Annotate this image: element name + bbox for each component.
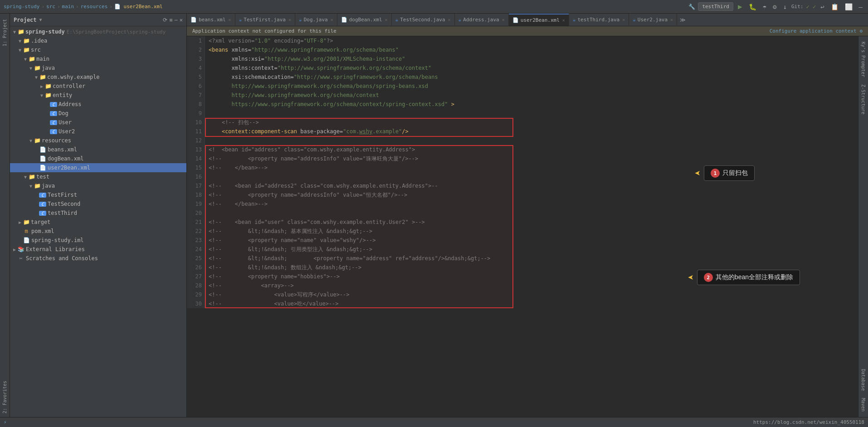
tree-item-com-wshy[interactable]: ▼ 📁 com.wshy.example <box>10 73 186 82</box>
annotation-number-2: 2 <box>704 273 713 282</box>
coverage-button[interactable]: ☂ <box>761 2 768 11</box>
tab-more-button[interactable]: ≫ <box>677 17 688 23</box>
code-line-11: <context:component-scan base-package="co… <box>209 127 864 136</box>
tab-close-dogbean[interactable]: ✕ <box>385 17 388 22</box>
tree-item-user[interactable]: C User <box>10 118 186 127</box>
editor-content: 1 2 3 4 5 6 7 8 9 10✓ 11 12 13 14 <box>187 36 868 308</box>
tree-item-beans-xml[interactable]: 📄 beans.xml <box>10 145 186 154</box>
tree-item-user2bean-xml[interactable]: 📄 user2Bean.xml <box>10 163 186 172</box>
tree-item-test-java[interactable]: ▼ 📁 java <box>10 181 186 190</box>
breadcrumb-main[interactable]: main <box>62 4 74 10</box>
tab-close-testthird[interactable]: ✕ <box>622 17 625 22</box>
tab-close-testsecond[interactable]: ✕ <box>448 17 451 22</box>
tab-close-user2bean[interactable]: ✕ <box>562 18 565 23</box>
favorites-panel-toggle[interactable]: 2: Favorites <box>1 377 8 417</box>
tree-item-pom[interactable]: m pom.xml <box>10 227 186 236</box>
tab-close-dog[interactable]: ✕ <box>331 17 333 22</box>
tab-address[interactable]: ☕ Address.java ✕ <box>455 14 509 26</box>
tab-testsecond[interactable]: ☕ TestSecond.java ✕ <box>392 14 455 26</box>
run-config-selector[interactable]: testThird <box>698 2 733 11</box>
rollback-icon[interactable]: ↩ <box>819 2 826 11</box>
java-tab-icon-tth: ☕ <box>573 17 576 23</box>
project-panel-toggle[interactable]: 1: Project <box>1 15 8 50</box>
annotation-2: ➤ 2 其他的bean全部注释或删除 <box>688 270 800 285</box>
annotation-text-2: 其他的bean全部注释或删除 <box>716 273 793 281</box>
tab-close-testfirst[interactable]: ✕ <box>288 17 291 22</box>
tree-item-idea[interactable]: ▼ 📁 .idea <box>10 36 186 45</box>
close-panel-icon[interactable]: ✕ <box>180 17 183 23</box>
tree-item-address[interactable]: C Address <box>10 100 186 109</box>
breadcrumb-project[interactable]: spring-study <box>4 4 39 10</box>
tab-close-user2[interactable]: ✕ <box>670 17 673 22</box>
tree-item-user2[interactable]: C User2 <box>10 127 186 136</box>
debug-button[interactable]: 🐛 <box>747 2 758 11</box>
class-icon-address: C <box>50 102 57 107</box>
gear-icon[interactable]: — <box>175 17 178 23</box>
database-panel[interactable]: Database <box>860 365 867 394</box>
breadcrumb-src[interactable]: src <box>46 4 55 10</box>
code-line-18: <!-- <property name="addressInfo" value=… <box>209 190 864 199</box>
sidebar-tree: ▼ 📁 spring-study E:\SpringBootProject\sp… <box>10 26 186 417</box>
tree-item-spring-study[interactable]: ▼ 📁 spring-study E:\SpringBootProject\sp… <box>10 27 186 36</box>
project-sidebar: Project ▼ ⟳ ≡ — ✕ ▼ 📁 spring-study E:\Sp… <box>10 14 187 417</box>
code-line-22: <!-- &lt;!&ndash; 基本属性注入 &ndash;&gt;--> <box>209 227 864 236</box>
folder-icon-target: 📁 <box>23 219 30 225</box>
tab-user2[interactable]: ☕ User2.java ✕ <box>629 14 677 26</box>
xml-tab-icon-dogbean: 📄 <box>341 17 347 23</box>
editor-area: 📄 beans.xml ✕ ☕ TestFirst.java ✕ ☕ Dog.j… <box>187 14 868 417</box>
tree-item-java[interactable]: ▼ 📁 java <box>10 63 186 73</box>
tab-close-address[interactable]: ✕ <box>502 17 505 22</box>
tree-item-dogbean-xml[interactable]: 📄 dogBean.xml <box>10 154 186 163</box>
java-tab-icon-dog: ☕ <box>299 17 302 23</box>
tab-testfirst[interactable]: ☕ TestFirst.java ✕ <box>235 14 295 26</box>
tree-item-test[interactable]: ▼ 📁 test <box>10 172 186 181</box>
tab-dogbean[interactable]: 📄 dogBean.xml ✕ <box>337 14 392 26</box>
minimize-icon[interactable]: — <box>857 2 864 11</box>
structure-panel[interactable]: Z-Structure <box>860 81 867 118</box>
run-button[interactable]: ▶ <box>736 1 744 12</box>
tree-item-src[interactable]: ▼ 📁 src <box>10 45 186 54</box>
tree-item-entity[interactable]: ▼ 📁 entity <box>10 91 186 100</box>
tree-item-ext-libs[interactable]: ▶ 📚 External Libraries <box>10 245 186 254</box>
tree-item-testthird[interactable]: C testThird <box>10 209 186 218</box>
tree-item-dog[interactable]: C Dog <box>10 109 186 118</box>
status-left: ⚡ <box>4 419 7 425</box>
tree-item-resources[interactable]: ▼ 📁 resources <box>10 136 186 145</box>
settings-icon[interactable]: ⚙ <box>771 2 778 11</box>
annotation-box-2: 2 其他的bean全部注释或删除 <box>697 270 800 285</box>
tree-item-scratches[interactable]: ✂ Scratches and Consoles <box>10 254 186 263</box>
tree-item-testfirst[interactable]: C TestFirst <box>10 190 186 199</box>
tree-item-target[interactable]: ▶ 📁 target <box>10 218 186 227</box>
breadcrumb: spring-study › src › main › resources › … <box>4 4 163 10</box>
folder-icon-main: 📁 <box>28 56 35 62</box>
tab-user2bean[interactable]: 📄 user2Bean.xml ✕ <box>509 14 569 26</box>
maximize-icon[interactable]: ⬜ <box>843 2 854 11</box>
collapse-icon[interactable]: ≡ <box>169 17 172 23</box>
maven-panel[interactable]: Maven <box>860 394 867 415</box>
tree-item-testsecond[interactable]: C TestSecond <box>10 199 186 209</box>
code-line-8: https://www.springframework.org/schema/c… <box>209 100 864 109</box>
tab-beans-xml[interactable]: 📄 beans.xml ✕ <box>187 14 235 26</box>
prompter-panel[interactable]: Ky's Prompter <box>860 38 867 81</box>
tab-dog[interactable]: ☕ Dog.java ✕ <box>295 14 337 26</box>
editor-with-annotations: 1 2 3 4 5 6 7 8 9 10✓ 11 12 13 14 <box>187 36 868 417</box>
tree-item-main[interactable]: ▼ 📁 main <box>10 54 186 63</box>
sync-icon[interactable]: ⟳ <box>163 17 167 23</box>
configure-link[interactable]: Configure application context ⚙ <box>770 28 863 34</box>
tab-testthird[interactable]: ☕ testThird.java ✕ <box>569 14 629 26</box>
vcs-icon[interactable]: ↓ <box>781 2 789 11</box>
code-line-1: <?xml version="1.0" encoding="UTF-8"?> <box>209 36 864 45</box>
history-icon[interactable]: 📋 <box>829 2 840 11</box>
wrench-icon: 🔧 <box>688 4 695 10</box>
xml-tab-icon-u2b: 📄 <box>512 17 519 23</box>
tab-close-beans[interactable]: ✕ <box>229 17 231 22</box>
code-editor[interactable]: <?xml version="1.0" encoding="UTF-8"?> <… <box>205 36 868 308</box>
code-line-2: <beans xmlns="http://www.springframework… <box>209 45 864 54</box>
code-line-5: xsi:schemaLocation="http://www.springfra… <box>209 73 864 82</box>
tree-item-iml[interactable]: 📄 spring-study.iml <box>10 236 186 245</box>
class-icon-user2: C <box>50 129 57 134</box>
tree-item-controller[interactable]: ▶ 📁 controller <box>10 82 186 91</box>
code-line-12 <box>209 136 864 145</box>
folder-icon-test-java: 📁 <box>34 183 41 189</box>
breadcrumb-resources[interactable]: resources <box>81 4 108 10</box>
